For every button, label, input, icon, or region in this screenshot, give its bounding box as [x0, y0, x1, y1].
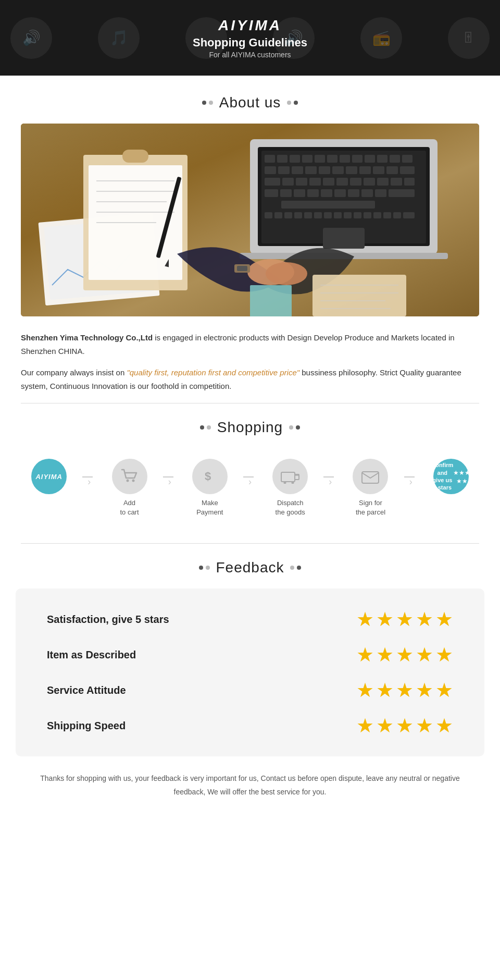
svg-rect-41: [282, 178, 294, 186]
header: 🔊 🎵 🔊 📻 🎚 AIYIMA Shopping Guidelines For…: [0, 0, 500, 76]
svg-rect-35: [346, 166, 357, 174]
dot-2: [209, 101, 213, 105]
title-dots-left: [202, 101, 213, 105]
svg-rect-58: [361, 189, 373, 197]
svg-rect-30: [278, 166, 290, 174]
shopping-steps: AIYIMA › Addto cart › $: [10, 448, 490, 533]
shopping-section: AIYIMA › Addto cart › $: [0, 448, 500, 533]
svg-rect-57: [348, 189, 359, 197]
svg-rect-20: [302, 155, 312, 163]
step-label-cart: Addto cart: [120, 498, 139, 517]
star-s5: ★: [435, 680, 453, 700]
sdot-4: [296, 425, 300, 430]
svg-rect-64: [284, 212, 292, 218]
star-sh5: ★: [435, 716, 453, 736]
divider-1: [21, 403, 479, 403]
step-confirm: Confirm andgive us 5 stars ★★★★★: [413, 459, 490, 498]
dispatch-icon-svg: [281, 469, 299, 484]
about-section-title: About us: [219, 94, 281, 111]
stars-satisfaction: ★ ★ ★ ★ ★: [356, 609, 453, 629]
stars-shipping: ★ ★ ★ ★ ★: [356, 716, 453, 736]
svg-rect-34: [332, 166, 344, 174]
step-brand: AIYIMA: [10, 459, 88, 498]
svg-rect-42: [296, 178, 307, 186]
svg-rect-69: [334, 212, 342, 218]
svg-rect-32: [305, 166, 317, 174]
shopping-section-title: Shopping: [217, 419, 283, 436]
payment-icon-svg: $: [202, 469, 218, 484]
about-section: Shenzhen Yima Technology Co.,Ltd is enga…: [0, 124, 500, 393]
header-content: AIYIMA Shopping Guidelines For all AIYIM…: [193, 17, 307, 59]
feedback-label-satisfaction: Satisfaction, give 5 stars: [47, 614, 169, 626]
feedback-section: Satisfaction, give 5 stars ★ ★ ★ ★ ★ Ite…: [0, 589, 500, 756]
star-sh4: ★: [416, 716, 433, 736]
svg-rect-25: [365, 155, 375, 163]
star-i1: ★: [356, 645, 374, 665]
svg-rect-33: [319, 166, 330, 174]
svg-rect-39: [400, 166, 415, 174]
stars-service: ★ ★ ★ ★ ★: [356, 680, 453, 700]
svg-rect-52: [280, 189, 292, 197]
confirm-text: Confirm andgive us 5 stars: [431, 461, 453, 491]
feedback-section-title: Feedback: [216, 559, 284, 576]
svg-rect-63: [274, 212, 282, 218]
step-icon-confirm: Confirm andgive us 5 stars ★★★★★: [433, 459, 469, 494]
svg-rect-56: [334, 189, 346, 197]
shopping-dots-right: [289, 425, 300, 430]
step-icon-sign: [353, 459, 388, 494]
philosophy-text: Our company always insist on "quality fi…: [21, 366, 479, 393]
svg-rect-17: [265, 155, 275, 163]
handshake-image: [21, 124, 479, 316]
svg-rect-23: [340, 155, 350, 163]
confirm-stars: ★★★★★: [453, 469, 470, 485]
svg-rect-71: [354, 212, 361, 218]
dot-3: [287, 101, 291, 105]
step-label-sign: Sign forthe parcel: [356, 498, 385, 517]
star-3: ★: [396, 609, 414, 629]
svg-rect-78: [323, 228, 365, 249]
philosophy-intro: Our company always insist on: [21, 368, 127, 377]
star-s4: ★: [416, 680, 433, 700]
step-icon-dispatch: [272, 459, 308, 494]
svg-rect-66: [304, 212, 312, 218]
svg-rect-62: [265, 212, 272, 218]
sign-icon-svg: [361, 469, 380, 484]
bg-icon-1: 🔊: [10, 17, 52, 59]
svg-rect-68: [324, 212, 332, 218]
divider-2: [21, 543, 479, 544]
svg-rect-84: [312, 275, 406, 316]
fdot-3: [290, 566, 294, 570]
step-icon-cart: [112, 459, 147, 494]
bg-icon-2: 🎵: [98, 17, 140, 59]
feedback-label-service: Service Attitude: [47, 684, 126, 696]
svg-rect-43: [309, 178, 321, 186]
svg-rect-47: [364, 178, 375, 186]
fdot-1: [199, 566, 203, 570]
svg-point-80: [266, 262, 307, 285]
svg-text:$: $: [205, 470, 211, 483]
feedback-row-item: Item as Described ★ ★ ★ ★ ★: [47, 645, 453, 665]
svg-rect-70: [344, 212, 352, 218]
bg-icon-5: 📻: [360, 17, 402, 59]
feedback-label-shipping: Shipping Speed: [47, 720, 126, 732]
svg-rect-6: [122, 150, 148, 163]
step-icon-payment: $: [192, 459, 228, 494]
svg-rect-76: [403, 212, 415, 218]
sdot-3: [289, 425, 293, 430]
feedback-label-item: Item as Described: [47, 649, 136, 661]
svg-rect-49: [391, 178, 402, 186]
svg-rect-73: [373, 212, 381, 218]
star-sh2: ★: [376, 716, 394, 736]
stars-item: ★ ★ ★ ★ ★: [356, 645, 453, 665]
footer-text: Thanks for shopping with us, your feedba…: [0, 756, 500, 814]
feedback-section-title-wrap: Feedback: [0, 559, 500, 576]
svg-rect-44: [323, 178, 334, 186]
step-cart: Addto cart: [91, 459, 168, 517]
about-section-title-wrap: About us: [0, 94, 500, 111]
svg-point-90: [132, 480, 134, 482]
svg-rect-59: [375, 189, 386, 197]
svg-rect-51: [265, 189, 278, 197]
svg-rect-37: [373, 166, 384, 174]
step-sign: Sign forthe parcel: [332, 459, 409, 517]
shopping-section-title-wrap: Shopping: [0, 419, 500, 436]
